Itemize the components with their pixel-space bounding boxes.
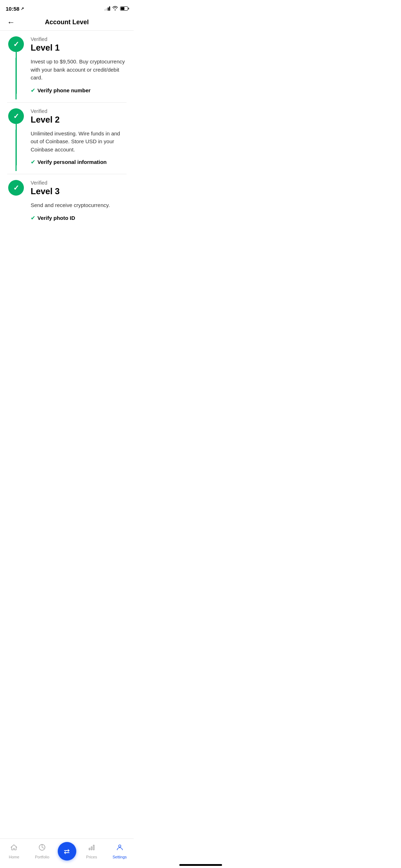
status-time: 10:58 ↗: [6, 6, 24, 12]
back-arrow-icon: ←: [7, 18, 15, 27]
level-3-item: ✓ Verified Level 3 Send and receive cryp…: [0, 174, 134, 230]
status-icons: [104, 6, 128, 11]
time-label: 10:58: [6, 6, 19, 12]
level-2-status: Verified: [31, 108, 127, 114]
level-1-desc: Invest up to $9,500. Buy cryptocurrency …: [31, 58, 127, 82]
level-3-check-icon: ✓: [13, 184, 19, 191]
level-1-item: ✓ Verified Level 1 Invest up to $9,500. …: [0, 31, 134, 102]
signal-bar-4: [109, 6, 110, 11]
signal-bar-2: [106, 8, 107, 11]
level-1-verify-label: Verify phone number: [37, 87, 91, 93]
level-2-verify-check-icon: ✔: [31, 159, 35, 165]
level-1-verify: ✔ Verify phone number: [31, 87, 127, 94]
level-3-verify-check-icon: ✔: [31, 215, 35, 221]
level-3-content: Verified Level 3 Send and receive crypto…: [25, 180, 127, 221]
level-1-check-icon: ✓: [13, 41, 19, 48]
level-3-circle: ✓: [8, 180, 24, 196]
signal-bar-3: [108, 7, 109, 11]
level-2-check-icon: ✓: [13, 113, 19, 120]
level-1-status: Verified: [31, 36, 127, 42]
location-icon: ↗: [21, 6, 24, 11]
page-title: Account Level: [45, 19, 89, 26]
level-2-verify: ✔ Verify personal information: [31, 159, 127, 165]
level-2-verify-label: Verify personal information: [37, 159, 107, 165]
level-2-title: Level 2: [31, 115, 127, 125]
battery-icon: [120, 6, 128, 11]
main-content: ✓ Verified Level 1 Invest up to $9,500. …: [0, 31, 134, 265]
level-2-circle: ✓: [8, 108, 24, 124]
level-2-timeline: ✓: [7, 108, 25, 166]
level-3-status: Verified: [31, 180, 127, 186]
level-3-desc: Send and receive cryptocurrency.: [31, 201, 127, 210]
header: ← Account Level: [0, 16, 134, 31]
signal-bars: [104, 6, 110, 11]
level-3-verify-label: Verify photo ID: [37, 215, 75, 221]
wifi-icon: [112, 6, 118, 11]
status-bar: 10:58 ↗: [0, 0, 134, 16]
level-1-content: Verified Level 1 Invest up to $9,500. Bu…: [25, 36, 127, 94]
level-3-title: Level 3: [31, 186, 127, 196]
level-1-verify-check-icon: ✔: [31, 87, 35, 94]
back-button[interactable]: ←: [6, 16, 16, 29]
level-1-circle: ✓: [8, 36, 24, 52]
level-3-verify: ✔ Verify photo ID: [31, 215, 127, 221]
signal-bar-1: [104, 9, 106, 11]
level-3-timeline: ✓: [7, 180, 25, 221]
level-2-desc: Unlimited investing. Wire funds in and o…: [31, 130, 127, 154]
level-2-item: ✓ Verified Level 2 Unlimited investing. …: [0, 103, 134, 174]
level-1-timeline: ✓: [7, 36, 25, 94]
level-2-content: Verified Level 2 Unlimited investing. Wi…: [25, 108, 127, 166]
level-1-title: Level 1: [31, 43, 127, 53]
